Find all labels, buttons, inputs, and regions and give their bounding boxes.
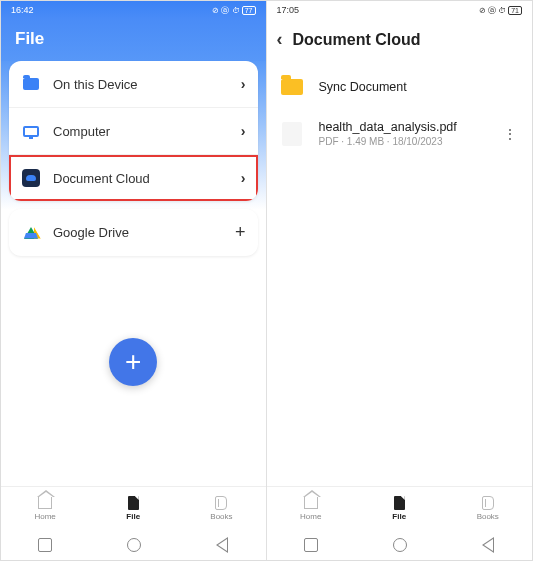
folder-item-sync-document[interactable]: Sync Document	[267, 64, 533, 110]
folder-icon	[21, 74, 41, 94]
menu-item-label: Document Cloud	[53, 171, 241, 186]
storage-menu-card: On this Device › Computer › Document Clo…	[9, 61, 258, 201]
add-fab-button[interactable]: +	[109, 338, 157, 386]
tab-label: Books	[210, 512, 232, 521]
home-button[interactable]	[393, 538, 407, 552]
screen-file-browser: 16:42 ⊘ ⓐ ⏱ 77 File On this Device › Com…	[1, 1, 267, 560]
page-title: Document Cloud	[293, 31, 421, 49]
menu-item-computer[interactable]: Computer ›	[9, 108, 258, 155]
file-info: Sync Document	[319, 80, 521, 94]
file-item-pdf[interactable]: health_data_analysis.pdf PDF · 1.49 MB ·…	[267, 110, 533, 157]
tab-home[interactable]: Home	[267, 487, 356, 530]
file-info: health_data_analysis.pdf PDF · 1.49 MB ·…	[319, 120, 500, 147]
recents-button[interactable]	[38, 538, 52, 552]
plus-icon: +	[235, 222, 246, 243]
screen-document-cloud: 17:05 ⊘ ⓐ ⏱ 71 ‹ Document Cloud Sync Doc…	[267, 1, 533, 560]
tab-label: Books	[477, 512, 499, 521]
status-bar: 16:42 ⊘ ⓐ ⏱ 77	[1, 1, 266, 19]
back-button[interactable]	[216, 537, 228, 553]
tab-label: Home	[34, 512, 55, 521]
file-name: health_data_analysis.pdf	[319, 120, 500, 134]
file-icon	[391, 496, 407, 510]
tab-home[interactable]: Home	[1, 487, 89, 530]
menu-area: On this Device › Computer › Document Clo…	[1, 61, 266, 486]
computer-icon	[21, 121, 41, 141]
status-bar: 17:05 ⊘ ⓐ ⏱ 71	[267, 1, 533, 19]
home-icon	[37, 496, 53, 510]
bottom-tab-nav: Home File Books	[1, 486, 266, 530]
menu-item-document-cloud[interactable]: Document Cloud ›	[9, 155, 258, 201]
system-nav-bar	[267, 530, 533, 560]
books-icon	[213, 496, 229, 510]
tab-label: Home	[300, 512, 321, 521]
file-meta: PDF · 1.49 MB · 18/10/2023	[319, 136, 500, 147]
status-indicators: ⊘ ⓐ ⏱ 77	[212, 5, 255, 16]
books-icon	[480, 496, 496, 510]
folder-icon	[279, 74, 305, 100]
chevron-right-icon: ›	[241, 76, 246, 92]
tab-books[interactable]: Books	[177, 487, 265, 530]
page-title: File	[15, 29, 252, 49]
file-list: Sync Document health_data_analysis.pdf P…	[267, 62, 533, 486]
google-drive-icon	[21, 223, 41, 243]
recents-button[interactable]	[304, 538, 318, 552]
menu-item-google-drive[interactable]: Google Drive +	[9, 209, 258, 256]
plus-icon: +	[125, 346, 141, 378]
menu-item-label: Computer	[53, 124, 241, 139]
chevron-right-icon: ›	[241, 123, 246, 139]
back-button[interactable]	[482, 537, 494, 553]
bottom-tab-nav: Home File Books	[267, 486, 533, 530]
document-icon	[279, 121, 305, 147]
system-nav-bar	[1, 530, 266, 560]
cloud-icon	[21, 168, 41, 188]
more-options-button[interactable]: ⋮	[499, 126, 520, 142]
back-button[interactable]: ‹	[277, 29, 283, 50]
header: ‹ Document Cloud	[267, 19, 533, 62]
storage-menu-card-external: Google Drive +	[9, 209, 258, 256]
status-time: 16:42	[11, 5, 34, 15]
status-indicators: ⊘ ⓐ ⏱ 71	[479, 5, 522, 16]
menu-item-label: On this Device	[53, 77, 241, 92]
home-icon	[303, 496, 319, 510]
chevron-right-icon: ›	[241, 170, 246, 186]
tab-books[interactable]: Books	[444, 487, 533, 530]
tab-file[interactable]: File	[89, 487, 177, 530]
tab-label: File	[126, 512, 140, 521]
status-time: 17:05	[277, 5, 300, 15]
home-button[interactable]	[127, 538, 141, 552]
file-icon	[125, 496, 141, 510]
menu-item-label: Google Drive	[53, 225, 235, 240]
menu-item-on-this-device[interactable]: On this Device ›	[9, 61, 258, 108]
folder-name: Sync Document	[319, 80, 521, 94]
tab-label: File	[392, 512, 406, 521]
tab-file[interactable]: File	[355, 487, 444, 530]
